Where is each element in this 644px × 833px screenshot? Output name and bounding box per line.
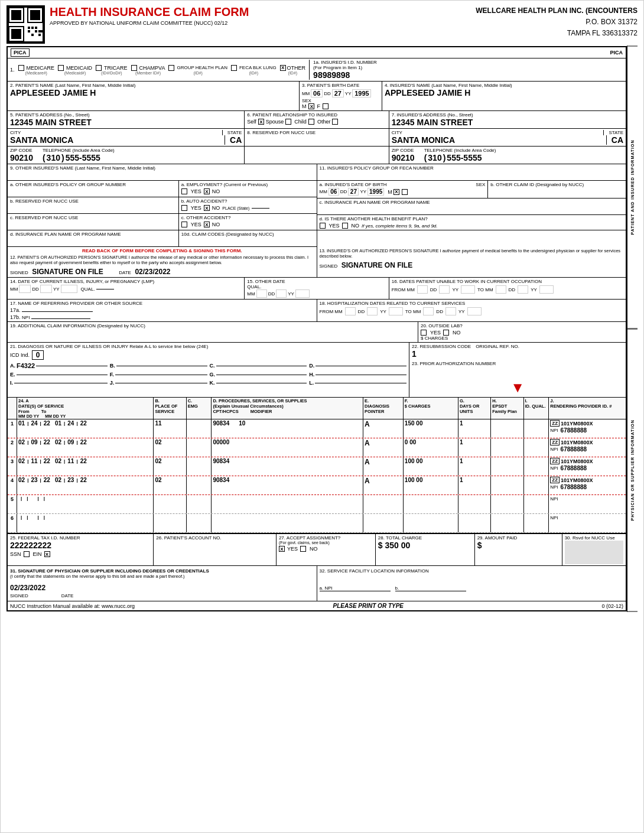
auto-accident-cell: b. AUTO ACCIDENT? YES X NO PLACE (State) xyxy=(179,197,317,213)
rel-spouse-checkbox[interactable] xyxy=(285,119,291,125)
accept-no-checkbox[interactable] xyxy=(300,546,306,552)
read-back-text: READ BACK OF FORM BEFORE COMPLETING & SI… xyxy=(10,248,314,253)
accept-cell: 27. ACCEPT ASSIGNMENT? (For govt. claims… xyxy=(277,534,376,565)
insured-address-label: 7. INSURED'S ADDRESS (No., Street) xyxy=(392,112,623,118)
other-option[interactable]: X OTHER (ID#) xyxy=(280,65,306,75)
pica-left: PICA xyxy=(11,48,30,57)
other-acc-no-checkbox[interactable]: X xyxy=(204,222,210,227)
feca-option[interactable]: FECA BLK LUNG (ID#) xyxy=(231,65,277,75)
form-num: 0 (02-12) xyxy=(601,603,623,609)
svg-rect-6 xyxy=(11,29,21,39)
sig-physician-cell: 31. SIGNATURE OF PHYSICIAN OR SUPPLIER I… xyxy=(8,566,317,601)
other-acc-yes-checkbox[interactable] xyxy=(181,222,187,227)
reserved-b-cell: b. RESERVED FOR NUCC USE xyxy=(8,197,179,213)
print-note: PLEASE PRINT OR TYPE xyxy=(333,603,404,609)
feca-checkbox[interactable] xyxy=(231,65,237,71)
claim-line-2: 2 02|09|22 02|09|22 02 00000 A 0 00 1 ZZ… xyxy=(8,438,626,457)
physician-info-tab: PHYSICIAN OR SUPPLIER INFORMATION xyxy=(627,329,638,612)
insured-policy-cell: 11. INSURED'S POLICY GROUP OR FECA NUMBE… xyxy=(317,164,626,181)
medicare-option[interactable]: MEDICARE (Medicare#) xyxy=(18,65,55,75)
sig-physician-label: 31. SIGNATURE OF PHYSICIAN OR SUPPLIER I… xyxy=(10,568,314,574)
svg-rect-9 xyxy=(35,27,37,29)
patient-state-value: CA xyxy=(225,135,242,145)
medicare-checkbox[interactable] xyxy=(18,65,24,71)
accept-label: 27. ACCEPT ASSIGNMENT? xyxy=(279,535,373,541)
employment-yes-checkbox[interactable] xyxy=(181,188,187,194)
other-accident-cell: c. OTHER ACCIDENT? YES X NO xyxy=(179,214,317,230)
icd-value: 0 xyxy=(32,350,44,360)
reserved-nucc-cell: 8. RESERVED FOR NUCC USE xyxy=(245,129,389,146)
another-plan-cell: d. IS THERE ANOTHER HEALTH BENEFIT PLAN?… xyxy=(317,215,626,230)
insured-name-cell: 4. INSURED'S NAME (Last Name, First Name… xyxy=(382,82,626,110)
insured-dob-label: a. INSURED'S DATE OF BIRTH xyxy=(320,182,387,187)
claim-codes-cell: 10d. CLAIM CODES (Designated by NUCC) xyxy=(179,230,317,246)
auto-yes-checkbox[interactable] xyxy=(181,205,187,211)
insured-state-value: CA xyxy=(606,135,623,145)
insured-city-label: CITY xyxy=(392,130,402,135)
place-header: B. PLACE OF SERVICE xyxy=(154,398,186,419)
insured-id-label: 1a. INSURED'S I.D. NUMBER xyxy=(313,60,623,65)
accept-yes-checkbox[interactable]: X xyxy=(279,546,285,552)
company-address: P.O. BOX 31372 xyxy=(476,17,638,28)
id-qual-header: I. ID. QUAL. xyxy=(524,398,549,419)
tricare-option[interactable]: TRICARE (ID#/DoD#) xyxy=(96,65,128,75)
insured-zip-label: ZIP CODE xyxy=(392,148,415,153)
patient-zip-value: 90210 xyxy=(10,153,33,162)
insured-city-value: SANTA MONICA xyxy=(392,135,455,145)
tricare-checkbox[interactable] xyxy=(96,65,102,71)
group-health-option[interactable]: GROUP HEALTH PLAN (ID#) xyxy=(168,65,227,75)
other-claim-id-cell: b. OTHER CLAIM ID (Designated by NUCC) xyxy=(488,181,626,198)
another-no-checkbox[interactable] xyxy=(342,223,348,229)
ssn-checkbox[interactable] xyxy=(24,551,30,557)
rel-child-checkbox[interactable] xyxy=(308,119,314,125)
sex-m-checkbox[interactable]: X xyxy=(308,103,314,109)
champva-checkbox[interactable] xyxy=(131,65,137,71)
insured-sex-m-checkbox[interactable]: X xyxy=(393,189,399,195)
rel-other-checkbox[interactable] xyxy=(332,119,338,125)
champva-option[interactable]: CHAMPVA (Member ID#) xyxy=(131,65,165,75)
rel-self-checkbox[interactable]: X xyxy=(258,119,264,125)
medicaid-option[interactable]: MEDICAID (Medicaid#) xyxy=(58,65,92,75)
svg-rect-10 xyxy=(28,30,30,32)
other-date-cell: 15. OTHER DATE QUAL. MM DD YY xyxy=(245,278,389,299)
hospitalization-cell: 18. HOSPITALIZATION DATES RELATED TO CUR… xyxy=(317,300,626,321)
employment-no-checkbox[interactable]: X xyxy=(204,188,210,194)
insured-sex-f-checkbox[interactable] xyxy=(402,189,408,195)
ref-17a-label: 17a. xyxy=(10,307,21,313)
other-policy-label: a. OTHER INSURED'S POLICY OR GROUP NUMBE… xyxy=(10,182,176,187)
sex-f-checkbox[interactable] xyxy=(323,103,328,109)
facility-label: 32. SERVICE FACILITY LOCATION INFORMATIO… xyxy=(320,568,624,574)
other-policy-cell: a. OTHER INSURED'S POLICY OR GROUP NUMBE… xyxy=(8,181,179,197)
other-checkbox[interactable]: X xyxy=(280,65,286,71)
group-checkbox[interactable] xyxy=(168,65,174,71)
patient-dob-cell: 3. PATIENT'S BIRTH DATE MM 06 DD 27 YY 1… xyxy=(300,82,382,110)
medicaid-checkbox[interactable] xyxy=(58,65,64,71)
emg-header: C. EMG xyxy=(187,398,212,419)
ein-checkbox[interactable]: X xyxy=(44,551,50,557)
total-charge-cell: 28. TOTAL CHARGE $ 350 00 xyxy=(376,534,475,565)
patient-zip-label: ZIP CODE xyxy=(10,148,33,153)
insured-address-cell: 7. INSURED'S ADDRESS (No., Street) 12345… xyxy=(389,111,626,128)
another-yes-checkbox[interactable] xyxy=(320,223,326,229)
patient-address-cell: 5. PATIENT'S ADDRESS (No., Street) 12345… xyxy=(8,111,245,128)
reserved-nucc-label: 8. RESERVED FOR NUCC USE xyxy=(247,130,386,135)
auto-no-checkbox[interactable]: X xyxy=(204,205,210,211)
insured-address-value: 12345 MAIN STREET xyxy=(392,118,623,127)
outside-yes-checkbox[interactable] xyxy=(421,330,427,336)
days-header: G. DAYS OR UNITS xyxy=(458,398,491,419)
outside-lab-label: 20. OUTSIDE LAB? xyxy=(421,323,623,328)
accept-sub: (For govt. claims, see back) xyxy=(279,541,373,545)
outside-no-checkbox[interactable] xyxy=(443,330,449,336)
nucc-use-cell: 30. Rsvd for NUCC Use xyxy=(562,534,626,565)
ref-17b-label: 17b. xyxy=(10,314,21,320)
referring-label: 17. NAME OF REFERRING PROVIDER OR OTHER … xyxy=(10,301,314,306)
claim-line-5: 5 || || NPI xyxy=(8,495,626,514)
original-ref-label: ORIGINAL REF. NO. xyxy=(476,344,519,349)
sig-date-value: 02/23/2022 xyxy=(10,584,45,592)
additional-claim-cell: 19. ADDITIONAL CLAIM INFORMATION (Design… xyxy=(8,322,418,342)
charges-label: $ CHARGES xyxy=(421,336,623,341)
physician-date-label: DATE xyxy=(61,593,74,598)
resubmission-label: 22. RESUBMISSION CODE xyxy=(412,344,471,349)
amount-paid-value: $ xyxy=(477,541,560,550)
patient-date-label: DATE xyxy=(119,270,131,275)
